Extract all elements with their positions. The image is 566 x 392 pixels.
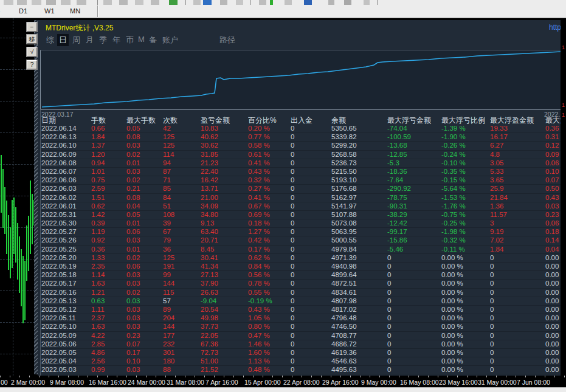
tab-7[interactable]: 币 <box>126 35 134 46</box>
table-cell: 2022.06.09 <box>41 151 91 159</box>
table-cell: 0 <box>387 314 441 322</box>
table-cell: 5268.58 <box>331 151 387 159</box>
table-cell: 49.98 <box>201 314 248 322</box>
table-cell: 2022.05.30 <box>41 219 91 227</box>
time-axis[interactable]: 002 Mar 00:009 Mar 08:0016 Mar 16:0024 M… <box>0 376 566 387</box>
toolbar-icon-fragment[interactable] <box>364 0 370 5</box>
table-cell: 85 <box>163 185 201 193</box>
table-cell: 0 <box>291 323 331 331</box>
table-cell: 7.02 <box>490 236 545 244</box>
time-axis-label: 31 May 00:00 <box>478 379 517 386</box>
toolbar-icon-fragment[interactable] <box>203 0 212 5</box>
toolbar-icon-fragment[interactable] <box>285 0 292 5</box>
table-cell: 0 <box>291 185 331 193</box>
toolbar-icon-fragment[interactable] <box>4 0 13 5</box>
toolbar-icon-fragment[interactable] <box>259 0 266 5</box>
table-cell: 36 <box>163 246 201 253</box>
table-cell: 0 <box>291 228 331 236</box>
minimize-button[interactable]: − <box>27 22 37 32</box>
table-cell: -0.75 % <box>441 211 490 219</box>
toolbar-icon-fragment[interactable] <box>236 0 243 5</box>
table-cell: 0 <box>490 306 545 314</box>
tab-8[interactable]: M <box>138 35 145 44</box>
timeframe-button-w1[interactable]: W1 <box>41 6 58 16</box>
tab-1[interactable]: 综 <box>46 35 54 46</box>
toolbar-icon-fragment[interactable] <box>103 0 112 5</box>
tab-3[interactable]: 周 <box>72 35 80 46</box>
toolbar-icon-fragment[interactable] <box>270 0 273 5</box>
table-row: 2022.05.094.220.2317722.050.47 %04708.77… <box>41 332 561 340</box>
table-cell: 4708.77 <box>331 332 387 340</box>
table-cell: -0.26 % <box>441 142 490 150</box>
grid-line-horizontal <box>0 322 38 323</box>
toolbar-icon-fragment[interactable] <box>169 0 178 5</box>
tab-10[interactable]: 账户 <box>162 35 178 46</box>
toolbar-icon-fragment[interactable] <box>193 0 201 5</box>
time-axis-label: 16 May 08:00 <box>400 379 439 386</box>
table-cell: 0 <box>291 280 331 287</box>
toolbar-icon-fragment[interactable] <box>119 0 128 5</box>
table-cell: 4899.64 <box>331 271 387 279</box>
check-button[interactable]: √ <box>27 47 37 57</box>
table-left-border <box>40 109 41 376</box>
table-cell: -13.68 <box>387 142 441 150</box>
toolbar-icon-fragment[interactable] <box>61 0 71 5</box>
table-cell: 125 <box>163 142 201 150</box>
toolbar-icon-fragment[interactable] <box>135 0 143 5</box>
tab-2[interactable]: 日 <box>57 34 69 46</box>
timeframe-button-d1[interactable]: D1 <box>16 6 30 16</box>
toolbar-icon-fragment[interactable] <box>77 0 86 5</box>
table-cell: -9.04 <box>201 297 248 305</box>
tab-5[interactable]: 季 <box>99 35 107 46</box>
table-cell: 37.73 <box>201 323 248 331</box>
table-cell: 0 <box>490 297 545 305</box>
table-cell: 191 <box>163 263 201 270</box>
link-http[interactable]: http <box>549 23 561 32</box>
table-cell: 0.78 % <box>248 280 291 287</box>
toolbar-icon-fragment[interactable] <box>46 0 56 5</box>
toolbar-icon-fragment[interactable] <box>185 0 186 5</box>
toolbar-icons-row <box>0 0 566 5</box>
table-row: 2022.05.161.210.0211526.630.55 %04834.61… <box>41 289 561 297</box>
table-cell: -0.19 % <box>248 297 291 305</box>
table-cell: 0 <box>387 297 441 305</box>
mt4-window: { "toolbar": { "partial_timeframe": "4",… <box>0 0 566 392</box>
table-cell: -0.10 % <box>441 159 490 167</box>
toolbar-icon-fragment[interactable] <box>304 0 312 5</box>
table-cell: 0.00 <box>545 366 561 374</box>
help-button[interactable]: ? <box>27 60 37 69</box>
move-button[interactable]: 移 <box>27 35 37 44</box>
table-cell: 1.20 <box>91 151 126 159</box>
table-cell: 0.03 <box>126 236 163 244</box>
table-cell: 0.00 <box>545 289 561 297</box>
table-cell: 0 <box>291 194 331 202</box>
table-cell: 0.10 <box>126 357 163 365</box>
timeframe-button-mn[interactable]: MN <box>67 6 83 16</box>
grid-line-horizontal <box>0 101 38 101</box>
table-row: 2022.05.130.630.0357-9.04-0.19 %04807.98… <box>41 297 561 306</box>
toolbar-icon-fragment[interactable] <box>32 0 41 5</box>
table-cell: 19.33 <box>490 125 545 132</box>
table-cell: 0.03 <box>126 297 163 305</box>
toolbar-icon-fragment[interactable] <box>344 0 351 5</box>
toolbar-icon-fragment[interactable] <box>97 0 98 5</box>
table-cell: 0.00 <box>545 323 561 331</box>
toolbar-icon-fragment[interactable] <box>17 0 27 5</box>
table-cell: 5350.65 <box>331 125 387 132</box>
table-cell: 8.45 <box>201 246 248 253</box>
tab-path[interactable]: 路径 <box>219 35 235 46</box>
table-cell: 2022.06.06 <box>41 176 91 184</box>
table-row: 2022.05.101.630.0314437.730.80 %04746.50… <box>41 323 561 331</box>
toolbar-icon-fragment[interactable] <box>377 0 378 5</box>
toolbar-icon-fragment[interactable] <box>250 0 251 5</box>
tab-9[interactable]: 备 <box>149 35 157 46</box>
toolbar-icon-fragment[interactable] <box>328 0 334 5</box>
table-cell: 16.42 <box>201 176 248 184</box>
toolbar-icon-fragment[interactable] <box>220 0 227 5</box>
table-row: 2022.06.091.200.0211431.850.61 %05268.58… <box>41 151 561 159</box>
tab-6[interactable]: 年 <box>112 35 120 46</box>
table-cell: 2022.05.06 <box>41 340 91 348</box>
table-cell: 2022.05.25 <box>41 246 91 253</box>
tab-4[interactable]: 月 <box>86 35 94 46</box>
toolbar-icon-fragment[interactable] <box>151 0 159 5</box>
